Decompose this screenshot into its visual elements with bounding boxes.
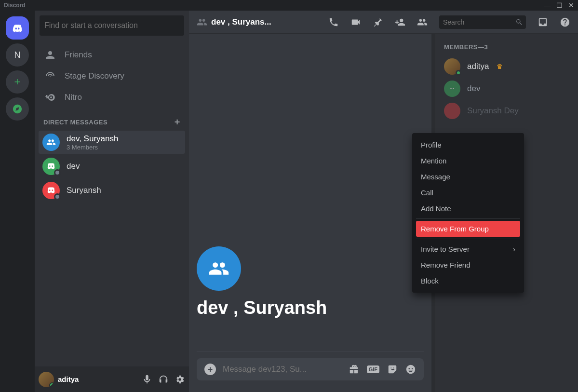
explore-button[interactable] [6, 97, 29, 121]
ctx-invite-to-server[interactable]: Invite to Server› [416, 241, 520, 257]
chevron-right-icon: › [513, 245, 515, 253]
nitro-icon [44, 92, 56, 103]
current-user-name: aditya [58, 375, 138, 383]
dm-subtitle: 3 Members [67, 144, 118, 151]
user-avatar [42, 158, 60, 175]
people-icon [208, 258, 229, 279]
ctx-block[interactable]: Block [416, 273, 520, 289]
status-online-icon [456, 70, 461, 76]
inbox-icon[interactable] [538, 17, 548, 27]
member-context-menu: Profile Mention Message Call Add Note Re… [412, 133, 524, 293]
message-search-input[interactable] [439, 15, 526, 29]
dm-name: dev [67, 162, 80, 171]
status-offline-icon [54, 169, 61, 176]
stage-label: Stage Discovery [65, 71, 124, 81]
member-name: Suryansh Dey [467, 106, 519, 116]
close-icon[interactable]: ✕ [568, 1, 574, 9]
dm-item-group[interactable]: dev, Suryansh 3 Members [39, 131, 185, 154]
create-dm-button[interactable]: + [175, 117, 180, 128]
ctx-separator [416, 239, 520, 239]
user-panel: aditya [35, 366, 189, 392]
add-server-button[interactable]: + [6, 70, 29, 94]
home-button[interactable] [6, 16, 29, 40]
emoji-icon[interactable] [405, 364, 416, 375]
deafen-icon[interactable] [158, 374, 169, 385]
attach-button[interactable]: + [204, 364, 216, 375]
mute-icon[interactable] [142, 374, 152, 385]
group-avatar [42, 134, 60, 151]
divider [197, 351, 424, 351]
gif-button[interactable]: GIF [367, 365, 379, 373]
ctx-remove-from-group[interactable]: Remove From Group [416, 221, 520, 237]
video-call-icon[interactable] [350, 17, 361, 27]
members-header: MEMBERS—3 [440, 43, 573, 56]
ctx-profile[interactable]: Profile [416, 137, 520, 153]
compass-icon [12, 104, 23, 114]
dm-header-label: DIRECT MESSAGES [43, 119, 108, 126]
discord-face-icon [447, 84, 457, 94]
ctx-remove-friend[interactable]: Remove Friend [416, 257, 520, 273]
dm-name: dev, Suryansh [67, 134, 118, 144]
friends-label: Friends [65, 50, 92, 60]
member-name: aditya [467, 62, 489, 71]
people-icon [46, 137, 56, 147]
nitro-label: Nitro [65, 93, 82, 102]
message-composer: + GIF [197, 358, 424, 380]
stage-icon [44, 70, 56, 82]
member-avatar [444, 81, 460, 97]
member-item[interactable]: aditya ♛ [440, 56, 573, 77]
gift-icon[interactable] [349, 364, 359, 375]
nitro-nav[interactable]: Nitro [39, 87, 185, 108]
welcome-title: dev , Suryansh [197, 297, 327, 318]
status-online-icon [49, 382, 54, 387]
dm-header: DIRECT MESSAGES + [35, 108, 189, 131]
guild-item[interactable]: N [6, 43, 29, 67]
ctx-mention[interactable]: Mention [416, 153, 520, 169]
dm-item-user[interactable]: dev [39, 155, 185, 178]
ctx-call[interactable]: Call [416, 185, 520, 201]
member-item[interactable]: dev [440, 79, 573, 99]
app-name: Discord [4, 2, 26, 9]
message-input[interactable] [223, 365, 342, 374]
sticker-icon[interactable] [387, 364, 398, 375]
dm-name: Suryansh [67, 186, 101, 195]
settings-icon[interactable] [175, 374, 185, 385]
ctx-separator [416, 218, 520, 219]
owner-crown-icon: ♛ [497, 63, 503, 70]
status-offline-icon [54, 193, 61, 200]
messages-area: dev , Suryansh + GIF [189, 34, 431, 392]
welcome-block: dev , Suryansh [197, 246, 424, 318]
dm-item-user[interactable]: Suryansh [39, 179, 185, 202]
member-name: dev [467, 84, 480, 94]
maximize-icon[interactable]: ☐ [556, 1, 563, 9]
member-list-icon[interactable] [417, 17, 428, 27]
add-friends-icon[interactable] [395, 17, 405, 27]
pinned-icon[interactable] [373, 17, 383, 27]
member-avatar [444, 103, 460, 119]
chat-title: dev , Suryans... [211, 17, 271, 27]
guilds-column: N + [0, 11, 35, 392]
current-user-avatar[interactable] [39, 372, 54, 387]
chat-header: dev , Suryans... [189, 11, 578, 34]
member-item[interactable]: Suryansh Dey [440, 101, 573, 121]
titlebar: Discord — ☐ ✕ [0, 0, 578, 11]
user-avatar [42, 182, 60, 199]
discord-logo-icon [12, 23, 23, 33]
friends-icon [44, 49, 56, 61]
start-call-icon[interactable] [328, 17, 339, 27]
help-icon[interactable] [560, 17, 570, 27]
conversation-search-input[interactable] [40, 15, 184, 36]
member-avatar [444, 58, 460, 75]
ctx-add-note[interactable]: Add Note [416, 201, 520, 216]
welcome-avatar [197, 246, 241, 291]
search-icon [515, 18, 523, 26]
ctx-message[interactable]: Message [416, 169, 520, 185]
stage-nav[interactable]: Stage Discovery [39, 66, 185, 87]
friends-nav[interactable]: Friends [39, 44, 185, 66]
people-icon [197, 17, 207, 27]
dm-sidebar: Friends Stage Discovery Nitro DIRECT MES… [35, 11, 189, 392]
window-controls: — ☐ ✕ [544, 1, 574, 9]
minimize-icon[interactable]: — [544, 1, 551, 9]
